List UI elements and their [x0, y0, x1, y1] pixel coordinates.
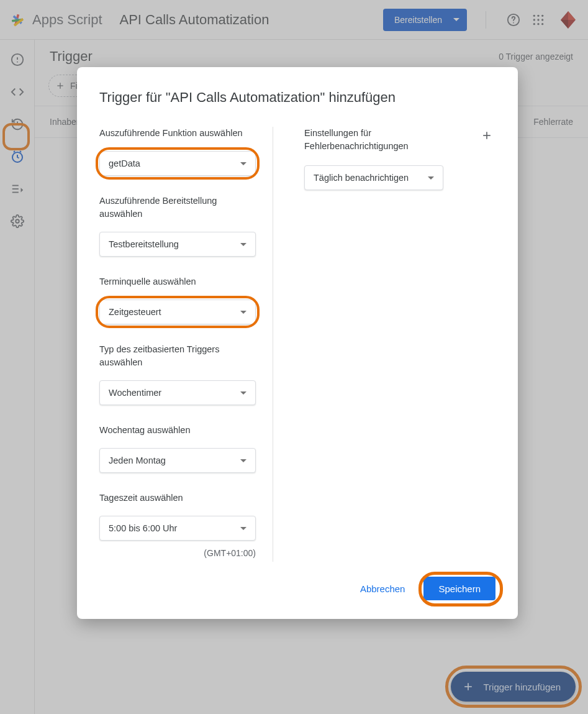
timer-type-label: Typ des zeitbasierten Triggers auswählen	[99, 343, 251, 369]
plus-icon	[481, 129, 493, 142]
nav-executions[interactable]	[6, 178, 29, 200]
dialog-left-column: Auszuführende Funktion auswählen getData…	[99, 127, 273, 562]
notify-label: Einstellungen für Fehlerbenachrichtigung…	[304, 127, 416, 153]
chevron-down-icon	[240, 243, 247, 246]
notify-select[interactable]: Täglich benachrichtigen	[304, 165, 443, 190]
topbar: Apps Script API Calls Automatization Ber…	[0, 0, 588, 40]
add-notification-button[interactable]	[478, 127, 495, 144]
deploy-button[interactable]: Bereitstellen	[383, 9, 467, 31]
nav-history[interactable]	[6, 113, 29, 135]
deployment-value: Testbereitstellung	[109, 239, 179, 249]
add-trigger-dialog: Trigger für "API Calls Automatization" h…	[77, 67, 518, 619]
dialog-actions: Abbrechen Speichern	[99, 577, 495, 600]
nav-overview[interactable]	[6, 48, 29, 71]
product-name: Apps Script	[32, 12, 102, 28]
svg-point-10	[541, 23, 543, 25]
page-title: Trigger	[50, 48, 93, 65]
time-select[interactable]: 5:00 bis 6:00 Uhr	[99, 516, 256, 541]
chevron-down-icon	[240, 311, 247, 314]
trigger-count: 0 Trigger angezeigt	[499, 52, 573, 62]
chevron-down-icon	[240, 162, 247, 165]
account-avatar[interactable]	[558, 10, 578, 30]
svg-point-1	[513, 22, 514, 23]
add-trigger-fab[interactable]: Trigger hinzufügen	[451, 672, 576, 702]
timer-type-value: Wochentimer	[109, 388, 161, 398]
function-label: Auszuführende Funktion auswählen	[99, 127, 251, 140]
time-label: Tageszeit auswählen	[99, 492, 251, 505]
dialog-right-column: Einstellungen für Fehlerbenachrichtigung…	[304, 127, 495, 562]
col-owner: Inhaber	[50, 117, 79, 127]
save-button[interactable]: Speichern	[423, 577, 495, 600]
chevron-down-icon	[240, 527, 247, 530]
nav-settings[interactable]	[6, 210, 29, 232]
weekday-select[interactable]: Jeden Montag	[99, 448, 256, 473]
timer-type-select[interactable]: Wochentimer	[99, 380, 256, 405]
fab-label: Trigger hinzufügen	[483, 682, 561, 692]
svg-point-8	[533, 23, 535, 25]
deployment-label: Auszuführende Bereitstellung auswählen	[99, 195, 251, 221]
svg-point-2	[533, 14, 535, 16]
svg-point-19	[16, 219, 19, 223]
cancel-button[interactable]: Abbrechen	[360, 584, 405, 594]
svg-point-6	[537, 19, 539, 21]
notify-value: Täglich benachrichtigen	[314, 173, 409, 183]
deployment-select[interactable]: Testbereitstellung	[99, 232, 256, 257]
weekday-value: Jeden Montag	[109, 455, 166, 465]
svg-point-5	[533, 19, 535, 21]
svg-marker-18	[20, 188, 23, 192]
col-error-rate: Fehlerrate	[533, 117, 573, 127]
time-value: 5:00 bis 6:00 Uhr	[109, 523, 177, 533]
project-title[interactable]: API Calls Automatization	[120, 12, 383, 28]
apps-script-logo	[10, 11, 27, 29]
nav-editor[interactable]	[6, 81, 29, 103]
svg-point-4	[541, 14, 543, 16]
event-source-select[interactable]: Zeitgesteuert	[99, 300, 256, 324]
deploy-label: Bereitstellen	[394, 15, 442, 25]
timezone-label: (GMT+01:00)	[99, 548, 256, 558]
plus-icon	[462, 680, 474, 693]
function-value: getData	[109, 158, 140, 168]
nav-triggers[interactable]	[6, 145, 29, 168]
separator	[486, 11, 486, 29]
apps-grid-icon[interactable]	[531, 12, 546, 27]
help-icon[interactable]	[506, 12, 521, 27]
function-select[interactable]: getData	[99, 151, 256, 176]
event-source-value: Zeitgesteuert	[109, 307, 161, 317]
svg-point-9	[537, 23, 539, 25]
weekday-label: Wochentag auswählen	[99, 424, 251, 437]
event-source-label: Terminquelle auswählen	[99, 275, 251, 288]
chevron-down-icon	[240, 391, 247, 395]
plus-icon	[55, 81, 65, 91]
dialog-title: Trigger für "API Calls Automatization" h…	[99, 89, 495, 106]
chevron-down-icon	[428, 176, 434, 180]
svg-point-3	[537, 14, 539, 16]
svg-point-13	[17, 62, 18, 63]
svg-point-7	[541, 19, 543, 21]
left-rail	[0, 40, 35, 714]
chevron-down-icon	[240, 459, 247, 462]
chevron-down-icon	[453, 18, 459, 21]
